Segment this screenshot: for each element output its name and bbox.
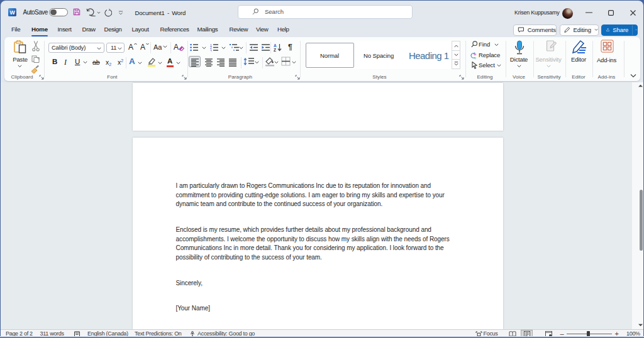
svg-text:Z: Z (274, 48, 276, 52)
svg-text:W: W (9, 9, 15, 16)
svg-text:3: 3 (210, 49, 212, 52)
svg-text:A: A (274, 43, 277, 48)
